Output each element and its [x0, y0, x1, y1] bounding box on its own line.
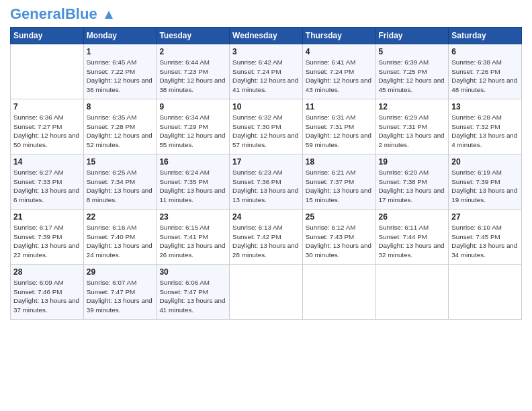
day-info: Sunrise: 6:27 AMSunset: 7:33 PMDaylight:…: [13, 168, 81, 205]
day-info: Sunrise: 6:09 AMSunset: 7:46 PMDaylight:…: [13, 278, 81, 315]
calendar-cell: 6Sunrise: 6:38 AMSunset: 7:26 PMDaylight…: [449, 44, 522, 99]
calendar-week-3: 14Sunrise: 6:27 AMSunset: 7:33 PMDayligh…: [11, 154, 522, 210]
calendar-cell: 13Sunrise: 6:28 AMSunset: 7:32 PMDayligh…: [449, 99, 522, 154]
day-info: Sunrise: 6:35 AMSunset: 7:28 PMDaylight:…: [87, 113, 154, 150]
day-number: 2: [159, 47, 226, 56]
day-info: Sunrise: 6:21 AMSunset: 7:37 PMDaylight:…: [306, 168, 373, 205]
day-number: 15: [87, 157, 154, 167]
day-info: Sunrise: 6:07 AMSunset: 7:47 PMDaylight:…: [87, 278, 154, 315]
calendar-cell: 5Sunrise: 6:39 AMSunset: 7:25 PMDaylight…: [375, 44, 449, 99]
day-info: Sunrise: 6:42 AMSunset: 7:24 PMDaylight:…: [232, 58, 300, 95]
calendar-cell: 4Sunrise: 6:41 AMSunset: 7:24 PMDaylight…: [302, 44, 375, 99]
day-info: Sunrise: 6:32 AMSunset: 7:30 PMDaylight:…: [232, 113, 300, 150]
calendar-cell: 21Sunrise: 6:17 AMSunset: 7:39 PMDayligh…: [11, 210, 84, 265]
day-number: 23: [159, 212, 226, 222]
day-info: Sunrise: 6:38 AMSunset: 7:26 PMDaylight:…: [451, 58, 519, 95]
calendar-cell: 29Sunrise: 6:07 AMSunset: 7:47 PMDayligh…: [83, 265, 157, 320]
logo-icon: [103, 9, 115, 21]
col-header-monday: Monday: [83, 28, 157, 44]
day-number: 16: [159, 157, 226, 167]
day-info: Sunrise: 6:15 AMSunset: 7:41 PMDaylight:…: [159, 223, 226, 260]
calendar-cell: 3Sunrise: 6:42 AMSunset: 7:24 PMDaylight…: [230, 44, 303, 99]
day-number: 30: [159, 267, 226, 277]
day-info: Sunrise: 6:17 AMSunset: 7:39 PMDaylight:…: [13, 223, 81, 260]
calendar-cell: 23Sunrise: 6:15 AMSunset: 7:41 PMDayligh…: [157, 210, 230, 265]
calendar-cell: [11, 44, 84, 99]
calendar-cell: 12Sunrise: 6:29 AMSunset: 7:31 PMDayligh…: [375, 99, 449, 154]
day-number: 8: [87, 102, 154, 111]
calendar-cell: 15Sunrise: 6:25 AMSunset: 7:34 PMDayligh…: [83, 154, 157, 210]
day-number: 11: [306, 102, 373, 111]
day-number: 4: [306, 47, 373, 56]
day-number: 22: [87, 212, 154, 222]
col-header-saturday: Saturday: [449, 28, 522, 44]
day-info: Sunrise: 6:23 AMSunset: 7:36 PMDaylight:…: [232, 168, 300, 205]
day-number: 29: [87, 267, 154, 277]
day-info: Sunrise: 6:16 AMSunset: 7:40 PMDaylight:…: [87, 223, 154, 260]
col-header-thursday: Thursday: [302, 28, 375, 44]
day-number: 12: [379, 102, 446, 111]
logo-text: GeneralBlue: [10, 7, 115, 21]
day-number: 25: [306, 212, 373, 222]
day-number: 14: [13, 157, 81, 167]
svg-marker-0: [105, 11, 113, 19]
calendar-table: SundayMondayTuesdayWednesdayThursdayFrid…: [10, 27, 522, 320]
logo: GeneralBlue: [10, 7, 115, 21]
calendar-week-4: 21Sunrise: 6:17 AMSunset: 7:39 PMDayligh…: [11, 210, 522, 265]
day-number: 20: [451, 157, 519, 167]
day-info: Sunrise: 6:12 AMSunset: 7:43 PMDaylight:…: [306, 223, 373, 260]
col-header-tuesday: Tuesday: [157, 28, 230, 44]
calendar-cell: [230, 265, 303, 320]
day-info: Sunrise: 6:13 AMSunset: 7:42 PMDaylight:…: [232, 223, 300, 260]
day-info: Sunrise: 6:36 AMSunset: 7:27 PMDaylight:…: [13, 113, 81, 150]
day-number: 13: [451, 102, 519, 111]
day-info: Sunrise: 6:10 AMSunset: 7:45 PMDaylight:…: [451, 223, 519, 260]
calendar-cell: 11Sunrise: 6:31 AMSunset: 7:31 PMDayligh…: [302, 99, 375, 154]
calendar-cell: [302, 265, 375, 320]
day-info: Sunrise: 6:41 AMSunset: 7:24 PMDaylight:…: [306, 58, 373, 95]
calendar-week-1: 1Sunrise: 6:45 AMSunset: 7:22 PMDaylight…: [11, 44, 522, 99]
day-number: 17: [232, 157, 300, 167]
calendar-cell: 17Sunrise: 6:23 AMSunset: 7:36 PMDayligh…: [230, 154, 303, 210]
day-info: Sunrise: 6:11 AMSunset: 7:44 PMDaylight:…: [379, 223, 446, 260]
page-header: GeneralBlue: [10, 7, 522, 21]
day-info: Sunrise: 6:24 AMSunset: 7:35 PMDaylight:…: [159, 168, 226, 205]
day-number: 1: [87, 47, 154, 56]
day-info: Sunrise: 6:25 AMSunset: 7:34 PMDaylight:…: [87, 168, 154, 205]
day-number: 21: [13, 212, 81, 222]
day-number: 27: [451, 212, 519, 222]
day-info: Sunrise: 6:19 AMSunset: 7:39 PMDaylight:…: [451, 168, 519, 205]
day-number: 24: [232, 212, 300, 222]
calendar-cell: [375, 265, 449, 320]
calendar-cell: 14Sunrise: 6:27 AMSunset: 7:33 PMDayligh…: [11, 154, 84, 210]
column-headers: SundayMondayTuesdayWednesdayThursdayFrid…: [11, 28, 522, 44]
day-number: 5: [379, 47, 446, 56]
day-info: Sunrise: 6:45 AMSunset: 7:22 PMDaylight:…: [87, 58, 154, 95]
day-number: 6: [451, 47, 519, 56]
calendar-cell: 28Sunrise: 6:09 AMSunset: 7:46 PMDayligh…: [11, 265, 84, 320]
day-number: 10: [232, 102, 300, 111]
calendar-week-5: 28Sunrise: 6:09 AMSunset: 7:46 PMDayligh…: [11, 265, 522, 320]
calendar-cell: 7Sunrise: 6:36 AMSunset: 7:27 PMDaylight…: [11, 99, 84, 154]
calendar-cell: 16Sunrise: 6:24 AMSunset: 7:35 PMDayligh…: [157, 154, 230, 210]
calendar-cell: 20Sunrise: 6:19 AMSunset: 7:39 PMDayligh…: [449, 154, 522, 210]
calendar-cell: 2Sunrise: 6:44 AMSunset: 7:23 PMDaylight…: [157, 44, 230, 99]
day-info: Sunrise: 6:44 AMSunset: 7:23 PMDaylight:…: [159, 58, 226, 95]
calendar-cell: 22Sunrise: 6:16 AMSunset: 7:40 PMDayligh…: [83, 210, 157, 265]
col-header-wednesday: Wednesday: [230, 28, 303, 44]
logo-blue: Blue: [65, 5, 97, 22]
day-number: 7: [13, 102, 81, 111]
day-info: Sunrise: 6:39 AMSunset: 7:25 PMDaylight:…: [379, 58, 446, 95]
day-info: Sunrise: 6:29 AMSunset: 7:31 PMDaylight:…: [379, 113, 446, 150]
calendar-cell: 1Sunrise: 6:45 AMSunset: 7:22 PMDaylight…: [83, 44, 157, 99]
day-info: Sunrise: 6:06 AMSunset: 7:47 PMDaylight:…: [159, 278, 226, 315]
calendar-cell: 26Sunrise: 6:11 AMSunset: 7:44 PMDayligh…: [375, 210, 449, 265]
day-number: 26: [379, 212, 446, 222]
calendar-cell: 27Sunrise: 6:10 AMSunset: 7:45 PMDayligh…: [449, 210, 522, 265]
logo-general: General: [10, 5, 65, 22]
calendar-cell: 25Sunrise: 6:12 AMSunset: 7:43 PMDayligh…: [302, 210, 375, 265]
calendar-cell: [449, 265, 522, 320]
calendar-cell: 19Sunrise: 6:20 AMSunset: 7:38 PMDayligh…: [375, 154, 449, 210]
day-number: 19: [379, 157, 446, 167]
calendar-cell: 24Sunrise: 6:13 AMSunset: 7:42 PMDayligh…: [230, 210, 303, 265]
